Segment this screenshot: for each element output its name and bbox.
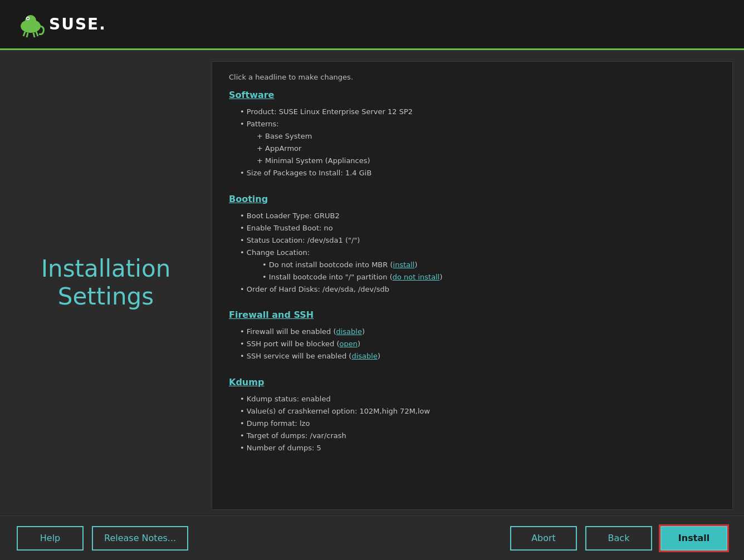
booting-section: Booting Boot Loader Type: GRUB2 Enable T… [229, 194, 716, 296]
firewall-item-ssh-port: SSH port will be blocked (open) [240, 338, 716, 350]
booting-link-donotinstall[interactable]: do not install [393, 273, 440, 281]
svg-line-7 [33, 33, 35, 37]
firewall-section: Firewall and SSH Firewall will be enable… [229, 310, 716, 362]
software-item-size: Size of Packages to Install: 1.4 GiB [240, 167, 716, 179]
kdump-item-crashkernel: Value(s) of crashkernel option: 102M,hig… [240, 405, 716, 417]
firewall-link-open[interactable]: open [339, 340, 357, 348]
firewall-link-ssh-disable[interactable]: disable [351, 352, 377, 360]
booting-item-change: Change Location: Do not install bootcode… [240, 247, 716, 283]
abort-button[interactable]: Abort [510, 526, 577, 551]
firewall-section-content: Firewall will be enabled (disable) SSH p… [229, 326, 716, 362]
install-button[interactable]: Install [660, 526, 727, 551]
help-button[interactable]: Help [17, 526, 84, 551]
booting-item-root: Install bootcode into "/" partition (do … [262, 271, 716, 283]
suse-logo: SUSE. [17, 11, 106, 38]
kdump-item-target: Target of dumps: /var/crash [240, 430, 716, 442]
booting-link-install[interactable]: install [393, 261, 415, 269]
software-pattern-base: Base System [240, 130, 716, 143]
firewall-link-disable[interactable]: disable [336, 327, 361, 336]
page-title-line1: Installation [41, 255, 171, 283]
svg-point-3 [27, 17, 29, 19]
svg-line-6 [27, 33, 28, 37]
kdump-item-status: Kdump status: enabled [240, 393, 716, 405]
booting-item-no-mbr: Do not install bootcode into MBR (instal… [262, 259, 716, 271]
booting-section-title[interactable]: Booting [229, 194, 716, 204]
booting-item-status: Status Location: /dev/sda1 ("/") [240, 234, 716, 247]
settings-panel[interactable]: Click a headline to make changes. Softwa… [212, 61, 733, 510]
software-section-content: Product: SUSE Linux Enterprise Server 12… [229, 106, 716, 180]
software-pattern-minimal: Minimal System (Appliances) [240, 155, 716, 167]
svg-point-1 [25, 15, 36, 26]
footer-left-buttons: Help Release Notes... [17, 526, 188, 551]
kdump-section-content: Kdump status: enabled Value(s) of crashk… [229, 393, 716, 454]
suse-chameleon-icon [17, 11, 45, 38]
page-title-line2: Settings [41, 283, 171, 311]
header: SUSE. [0, 0, 744, 50]
svg-point-4 [27, 18, 28, 18]
footer: Help Release Notes... Abort Back Install [0, 515, 744, 560]
software-item-product: Product: SUSE Linux Enterprise Server 12… [240, 106, 716, 118]
kdump-item-number: Number of dumps: 5 [240, 442, 716, 454]
suse-brand-text: SUSE. [49, 15, 106, 33]
svg-line-8 [36, 32, 38, 36]
firewall-item-enabled: Firewall will be enabled (disable) [240, 326, 716, 338]
page-title: Installation Settings [41, 255, 171, 311]
back-button[interactable]: Back [585, 526, 652, 551]
main-content: Installation Settings Click a headline t… [0, 50, 744, 515]
instruction-text: Click a headline to make changes. [229, 73, 716, 81]
svg-line-5 [23, 32, 25, 36]
booting-item-loader: Boot Loader Type: GRUB2 [240, 210, 716, 222]
kdump-section: Kdump Kdump status: enabled Value(s) of … [229, 377, 716, 454]
software-item-patterns: Patterns: [240, 118, 716, 130]
software-pattern-apparmor: AppArmor [240, 143, 716, 155]
left-panel: Installation Settings [0, 50, 212, 515]
kdump-item-format: Dump format: lzo [240, 417, 716, 430]
footer-right-buttons: Abort Back Install [510, 526, 727, 551]
software-section: Software Product: SUSE Linux Enterprise … [229, 90, 716, 180]
firewall-item-ssh-service: SSH service will be enabled (disable) [240, 350, 716, 362]
booting-item-disks: Order of Hard Disks: /dev/sda, /dev/sdb [240, 283, 716, 296]
firewall-section-title[interactable]: Firewall and SSH [229, 310, 716, 320]
software-section-title[interactable]: Software [229, 90, 716, 100]
kdump-section-title[interactable]: Kdump [229, 377, 716, 387]
release-notes-button[interactable]: Release Notes... [92, 526, 188, 551]
booting-section-content: Boot Loader Type: GRUB2 Enable Trusted B… [229, 210, 716, 296]
booting-item-trusted: Enable Trusted Boot: no [240, 222, 716, 234]
